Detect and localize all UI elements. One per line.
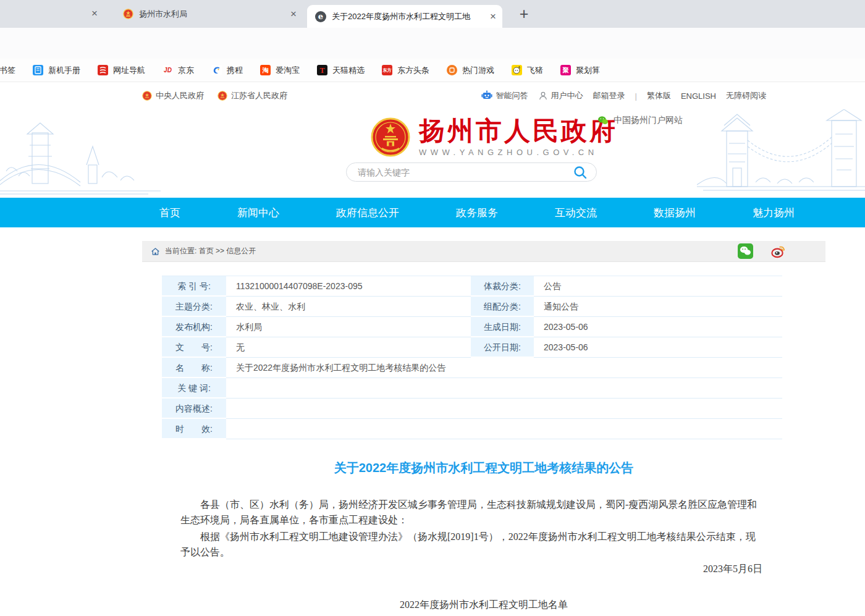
site-logo[interactable]: 扬州市人民政府 WWW.YANGZHOU.GOV.CN [371, 117, 618, 157]
bookmark-label: 聚划算 [576, 65, 600, 76]
link-label: 用户中心 [551, 90, 583, 101]
hot-games-icon [447, 65, 457, 75]
meta-label-publisher: 发布机构: [162, 317, 226, 337]
traditional-version-link[interactable]: 繁体版 [647, 90, 671, 101]
tab-title: 扬州市水利局 [139, 9, 285, 20]
link-label: 繁体版 [647, 90, 671, 101]
mail-login-link[interactable]: 邮箱登录 [593, 90, 625, 101]
nav-gov-info-disclosure[interactable]: 政府信息公开 [336, 206, 399, 220]
bookmark-nav-site[interactable]: 网址导航 [89, 65, 154, 76]
main-navigation: 首页 新闻中心 政府信息公开 政务服务 互动交流 数据扬州 魅力扬州 [0, 198, 865, 227]
site-url-text: WWW.YANGZHOU.GOV.CN [419, 148, 618, 157]
meta-value-publisher: 水利局 [226, 317, 471, 337]
meta-label-doc-no: 文 号: [162, 337, 226, 358]
bookmark-juhuasuan[interactable]: 聚 聚划算 [552, 65, 609, 76]
bookmark-label: 天猫精选 [332, 65, 365, 76]
eastday-icon: 东方 [382, 65, 392, 75]
bookmark-label: 机书签 [0, 65, 15, 76]
bookmark-label: 爱淘宝 [276, 65, 300, 76]
gov-emblem-icon [217, 91, 227, 101]
accessibility-link[interactable]: 无障碍阅读 [726, 90, 766, 101]
decorative-bridge-art-right [697, 109, 865, 198]
link-label: 智能问答 [496, 90, 528, 101]
gov-emblem-icon [142, 91, 152, 101]
meta-value-theme: 农业、林业、水利 [226, 297, 471, 317]
bookmark-manual[interactable]: 新机手册 [24, 65, 89, 76]
meta-value-title: 关于2022年度扬州市水利工程文明工地考核结果的公告 [226, 358, 782, 378]
home-icon[interactable] [151, 247, 160, 256]
english-version-link[interactable]: ENGLISH [681, 91, 716, 101]
meta-value-keywords [226, 378, 782, 399]
bookmark-label: 新机手册 [48, 65, 80, 76]
browser-toolbar: 不安全 yangzhou.gov.cn/yzszxxgk/slj/202305/… [0, 28, 865, 59]
nav-interaction[interactable]: 互动交流 [555, 206, 597, 220]
new-tab-button[interactable]: + [515, 5, 533, 23]
gov-top-bar: 中央人民政府 江苏省人民政府 [0, 82, 865, 109]
nav-site-icon [98, 65, 108, 75]
link-label: ENGLISH [681, 91, 716, 101]
link-label: 中央人民政府 [156, 90, 204, 101]
close-icon[interactable]: × [91, 8, 98, 19]
jd-icon: JD [162, 65, 173, 75]
tab-active-notice[interactable]: e 关于2022年度扬州市水利工程文明工地 × [307, 5, 502, 28]
meta-value-group: 通知公告 [534, 297, 782, 317]
bookmark-label: 京东 [178, 65, 194, 76]
meta-label-validity: 时 效: [162, 419, 226, 439]
wechat-icon [597, 116, 609, 125]
bookmark-tmall[interactable]: T 天猫精选 [308, 65, 373, 76]
meta-value-public-date: 2023-05-06 [534, 337, 782, 358]
breadcrumb-bar: 当前位置: 首页 >> 信息公开 [142, 241, 825, 262]
user-center-link[interactable]: 用户中心 [538, 90, 583, 101]
bookmark-ctrip[interactable]: 携程 [203, 65, 251, 76]
meta-label-keywords: 关 键 词: [162, 378, 226, 399]
link-label: 无障碍阅读 [726, 90, 766, 101]
bookmark-aitaobao[interactable]: 淘 爱淘宝 [251, 65, 308, 76]
link-label: 邮箱登录 [593, 90, 625, 101]
bookmark-label: 热门游戏 [462, 65, 494, 76]
weibo-share-icon[interactable] [770, 243, 786, 259]
tab-strip: × 扬州市水利局 × e 关于2022年度扬州市水利工程文明工地 × + [0, 0, 865, 28]
bookmark-jd[interactable]: JD 京东 [154, 65, 203, 76]
manual-book-icon [33, 65, 43, 75]
article-list-title: 2022年度扬州市水利工程文明工地名单 [142, 599, 825, 612]
meta-value-genre: 公告 [534, 276, 782, 297]
nav-news-center[interactable]: 新闻中心 [237, 206, 279, 220]
site-name: 扬州市人民政府 [419, 117, 618, 145]
document-meta-table: 索 引 号: 11321000014407098E-2023-095 体裁分类:… [162, 276, 782, 439]
close-icon[interactable]: × [490, 11, 496, 22]
decorative-bridge-art-left [0, 109, 161, 198]
user-icon [538, 91, 548, 101]
bookmark-fliggy[interactable]: 飞猪 [503, 65, 552, 76]
divider: | [635, 91, 637, 101]
nav-data-yangzhou[interactable]: 数据扬州 [654, 206, 696, 220]
taobao-icon: 淘 [260, 65, 271, 75]
close-icon[interactable]: × [290, 9, 297, 19]
search-icon[interactable] [573, 165, 588, 180]
bookmark-eastday[interactable]: 东方 东方头条 [373, 65, 438, 76]
fliggy-pig-icon [512, 65, 522, 75]
wechat-share-icon[interactable] [738, 243, 753, 259]
smart-qa-link[interactable]: 智能问答 [481, 90, 528, 101]
bookmark-phone-marks[interactable]: 机书签 [0, 65, 24, 76]
tab-title: 关于2022年度扬州市水利工程文明工地 [332, 11, 484, 22]
meta-label-title: 名 称: [162, 358, 226, 378]
link-central-gov[interactable]: 中央人民政府 [142, 90, 204, 101]
link-jiangsu-gov[interactable]: 江苏省人民政府 [217, 90, 287, 101]
nav-charm-yangzhou[interactable]: 魅力扬州 [753, 206, 795, 220]
portal-link[interactable]: 中国扬州门户网站 [597, 115, 683, 126]
bookmark-label: 网址导航 [113, 65, 145, 76]
search-input[interactable] [358, 167, 573, 177]
meta-value-summary [226, 399, 782, 419]
meta-label-theme: 主题分类: [162, 297, 226, 317]
meta-label-created-date: 生成日期: [471, 317, 534, 337]
tab-yangzhou-water-bureau[interactable]: 扬州市水利局 × [114, 0, 303, 28]
bookmark-label: 东方头条 [397, 65, 429, 76]
meta-label-group: 组配分类: [471, 297, 534, 317]
site-favicon-icon: e [315, 11, 326, 22]
bookmark-hot-games[interactable]: 热门游戏 [438, 65, 503, 76]
search-bar[interactable] [346, 162, 597, 182]
breadcrumb[interactable]: 当前位置: 首页 >> 信息公开 [165, 246, 256, 256]
nav-gov-services[interactable]: 政务服务 [456, 206, 498, 220]
article-date: 2023年5月6日 [180, 563, 762, 576]
nav-home[interactable]: 首页 [159, 206, 180, 220]
